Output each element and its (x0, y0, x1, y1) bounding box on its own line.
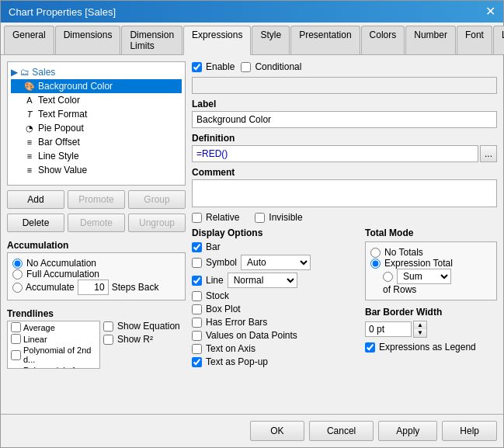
ungroup-button[interactable]: Ungroup (128, 214, 186, 232)
enable-checkbox[interactable] (192, 62, 202, 72)
delete-button[interactable]: Delete (7, 214, 64, 232)
error-bars-checkbox[interactable] (192, 318, 202, 328)
comment-textarea[interactable] (192, 179, 497, 207)
bar-border-input[interactable] (365, 321, 412, 337)
expression-tree: ▶ 🗂 Sales 🎨 Background Color A Text Colo… (7, 61, 186, 186)
poly2-checkbox[interactable] (11, 350, 21, 360)
demote-button[interactable]: Demote (68, 214, 125, 232)
trendlines-title: Trendlines (7, 308, 186, 319)
full-accumulation-radio[interactable] (12, 269, 23, 280)
total-mode-box: No Totals Expression Total Sum Averag (365, 241, 497, 300)
tab-style[interactable]: Style (252, 26, 290, 54)
tab-presentation[interactable]: Presentation (290, 26, 360, 54)
steps-input[interactable]: 10 (78, 280, 109, 295)
conditional-checkbox[interactable] (241, 62, 251, 72)
trendline-poly2[interactable]: Polynomial of 2nd d... (8, 345, 99, 365)
tab-font[interactable]: Font (457, 26, 492, 54)
line-checkbox[interactable] (192, 276, 202, 286)
close-button[interactable]: ✕ (485, 5, 495, 18)
tree-root-label: Sales (32, 67, 55, 78)
tab-dimensions[interactable]: Dimensions (55, 26, 121, 54)
relative-invisible-row: Relative Invisible (192, 212, 497, 223)
trendline-average[interactable]: Average (8, 321, 99, 333)
no-totals-radio[interactable] (370, 248, 381, 258)
expression-total-radio[interactable] (370, 259, 381, 269)
comment-title: Comment (192, 167, 497, 178)
comment-section: Comment (192, 167, 497, 207)
show-equation-checkbox[interactable] (103, 321, 113, 332)
conditional-field[interactable] (192, 77, 497, 94)
enable-label: Enable (206, 61, 235, 72)
sum-radio[interactable] (383, 272, 393, 282)
add-button[interactable]: Add (7, 190, 64, 209)
linear-checkbox[interactable] (11, 334, 21, 344)
invisible-item: Invisible (255, 212, 302, 223)
definition-input[interactable] (192, 145, 478, 162)
conditional-label: Conditional (255, 61, 301, 72)
trendline-linear[interactable]: Linear (8, 333, 99, 345)
label-input[interactable] (192, 111, 497, 128)
tab-number[interactable]: Number (405, 26, 456, 54)
text-as-popup-label: Text as Pop-up (206, 356, 268, 367)
trendline-poly3[interactable]: Polynomial of 3rd... (8, 365, 99, 369)
bar-border-title: Bar Border Width (365, 307, 497, 318)
symbol-select[interactable]: Auto Circle Square (241, 255, 311, 270)
sum-select[interactable]: Sum Average Max (397, 269, 451, 284)
expressions-legend-checkbox[interactable] (365, 342, 375, 352)
cancel-button[interactable]: Cancel (309, 421, 374, 441)
tab-layout[interactable]: Layout (493, 26, 504, 54)
dialog-title: Chart Properties [Sales] (9, 6, 116, 18)
apply-button[interactable]: Apply (378, 421, 437, 441)
promote-button[interactable]: Promote (68, 190, 125, 209)
bar-border-down-button[interactable]: ▼ (414, 329, 426, 337)
show-r2-checkbox[interactable] (103, 335, 113, 345)
error-bars-label: Has Error Bars (206, 317, 267, 328)
tree-item-bg-color[interactable]: 🎨 Background Color (11, 79, 182, 93)
invisible-label: Invisible (269, 212, 302, 223)
of-rows-label: of Rows (383, 284, 492, 295)
definition-section: Definition ... (192, 133, 497, 162)
tab-expressions[interactable]: Expressions (183, 26, 251, 55)
tree-item-bar-offset[interactable]: ≡ Bar Offset (11, 135, 182, 149)
group-button[interactable]: Group (128, 190, 186, 209)
box-plot-checkbox[interactable] (192, 304, 202, 314)
tree-item-pie-popout[interactable]: ◔ Pie Popout (11, 121, 182, 135)
trendlines-listbox[interactable]: Average Linear Polynomial of 2nd d... (7, 321, 100, 369)
text-as-popup-checkbox[interactable] (192, 357, 202, 367)
pie-popout-icon: ◔ (23, 123, 36, 134)
text-on-axis-checkbox[interactable] (192, 344, 202, 354)
no-accumulation-radio[interactable] (12, 259, 23, 269)
trendlines-section: Trendlines Average Linear (7, 305, 186, 369)
invisible-checkbox[interactable] (255, 213, 265, 223)
line-select[interactable]: Normal Dashed (228, 273, 297, 288)
total-mode-title: Total Mode (365, 227, 497, 238)
bar-border-up-button[interactable]: ▲ (414, 321, 426, 329)
enable-row: Enable Conditional (192, 61, 497, 72)
tree-item-text-format[interactable]: T Text Format (11, 107, 182, 121)
relative-checkbox[interactable] (192, 213, 202, 223)
accumulate-radio[interactable] (12, 283, 23, 293)
line-label: Line (206, 275, 224, 286)
label-section: Label (192, 99, 497, 128)
stock-checkbox[interactable] (192, 291, 202, 301)
bar-checkbox[interactable] (192, 242, 202, 252)
text-color-icon: A (23, 96, 36, 105)
symbol-checkbox[interactable] (192, 258, 202, 268)
bar-label: Bar (206, 241, 221, 252)
average-checkbox[interactable] (11, 322, 21, 332)
tab-general[interactable]: General (4, 26, 54, 54)
symbol-row: Symbol Auto Circle Square (192, 255, 359, 270)
tab-colors[interactable]: Colors (361, 26, 405, 54)
tree-item-show-value[interactable]: ≡ Show Value (11, 163, 182, 177)
definition-ellipsis-button[interactable]: ... (480, 145, 497, 162)
values-on-data-checkbox[interactable] (192, 331, 202, 341)
ok-button[interactable]: OK (250, 421, 304, 441)
tree-item-line-style[interactable]: ≡ Line Style (11, 149, 182, 163)
tab-dimension-limits[interactable]: Dimension Limits (121, 26, 182, 54)
right-bottom: Display Options Bar Symbol Auto Circle (192, 227, 497, 367)
values-on-data-label: Values on Data Points (206, 330, 297, 341)
tree-item-text-color[interactable]: A Text Color (11, 93, 182, 107)
left-panel: ▶ 🗂 Sales 🎨 Background Color A Text Colo… (7, 61, 186, 408)
right-panel: Enable Conditional Label Definition (192, 61, 497, 408)
help-button[interactable]: Help (442, 421, 497, 441)
